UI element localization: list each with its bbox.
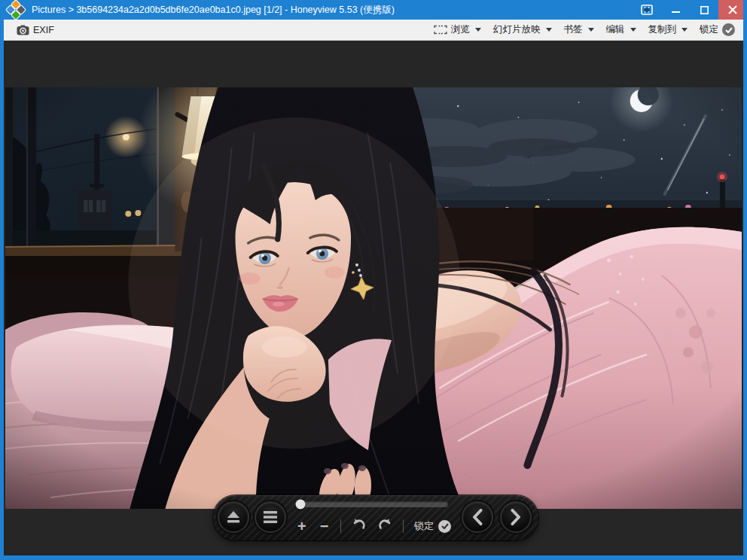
exif-button[interactable]: EXIF	[11, 20, 60, 41]
menu-bookmarks-label: 书签	[564, 23, 583, 36]
fullscreen-icon	[641, 5, 653, 15]
photo-canvas[interactable]	[5, 87, 742, 509]
rotate-right-button[interactable]	[377, 518, 392, 535]
rotate-left-icon	[352, 518, 367, 532]
menu-edit[interactable]: 编辑	[600, 20, 642, 41]
next-image-button[interactable]	[500, 501, 532, 533]
zoom-in-button[interactable]: +	[296, 519, 308, 534]
titlebar[interactable]: Pictures > 3b5694234a2a2d0b5db6fe20ae0ba…	[0, 0, 747, 20]
zoom-out-button[interactable]: −	[319, 519, 331, 534]
menu-edit-label: 编辑	[606, 23, 625, 36]
menu-bookmarks[interactable]: 书签	[558, 20, 600, 41]
lock-toggle-bar[interactable]: 锁定	[414, 519, 451, 533]
hamburger-icon	[263, 510, 278, 524]
eject-icon	[225, 510, 242, 525]
image-viewer-area[interactable]: + − 锁定	[4, 41, 743, 555]
browse-frame-icon	[434, 25, 447, 35]
minimize-icon	[672, 6, 680, 14]
close-icon	[728, 5, 737, 14]
fullscreen-button[interactable]	[633, 0, 661, 20]
lock-toolbar-label: 锁定	[700, 23, 718, 36]
chevron-down-icon	[475, 28, 481, 32]
camera-icon	[17, 25, 29, 35]
control-bar-middle: + − 锁定	[296, 516, 451, 536]
menu-copy-to-label: 复制到	[648, 23, 677, 36]
divider	[403, 519, 404, 533]
menu-slideshow[interactable]: 幻灯片放映	[487, 20, 558, 41]
zoom-slider-track[interactable]	[297, 501, 448, 507]
exif-label: EXIF	[33, 25, 54, 35]
close-button[interactable]	[718, 0, 747, 20]
rotate-right-icon	[377, 518, 392, 532]
chevron-down-icon	[630, 28, 636, 32]
window-controls	[633, 0, 747, 20]
lock-bar-label: 锁定	[414, 519, 434, 533]
zoom-slider-knob[interactable]	[296, 500, 306, 510]
lock-toggle-toolbar[interactable]: 锁定	[694, 20, 741, 41]
menu-browse-label: 浏览	[451, 23, 470, 36]
prev-image-button[interactable]	[462, 501, 493, 533]
maximize-button[interactable]	[690, 0, 718, 20]
zoom-slider[interactable]	[297, 498, 448, 510]
menu-copy-to[interactable]: 复制到	[642, 20, 694, 41]
rotate-left-button[interactable]	[352, 518, 367, 535]
menu-slideshow-label: 幻灯片放映	[493, 23, 541, 36]
chevron-down-icon	[588, 28, 594, 32]
menu-button[interactable]	[255, 501, 286, 533]
chevron-right-icon	[510, 509, 522, 525]
honeyview-window: Pictures > 3b5694234a2a2d0b5db6fe20ae0ba…	[0, 0, 747, 560]
window-title: Pictures > 3b5694234a2a2d0b5db6fe20ae0ba…	[32, 4, 633, 17]
toolbar: EXIF 浏览 幻灯片放映 书签 编辑	[0, 20, 747, 41]
chevron-down-icon	[546, 28, 552, 32]
eject-button[interactable]	[218, 501, 249, 533]
minimize-button[interactable]	[661, 0, 690, 20]
honeyview-logo-icon[interactable]	[5, 0, 27, 20]
check-circle-icon	[722, 23, 735, 36]
maximize-icon	[700, 6, 709, 14]
chevron-left-icon	[471, 509, 483, 525]
check-circle-icon	[438, 520, 451, 533]
chevron-down-icon	[681, 28, 688, 32]
divider	[340, 519, 341, 533]
menu-browse[interactable]: 浏览	[428, 20, 487, 41]
floating-control-bar: + − 锁定	[213, 495, 538, 540]
